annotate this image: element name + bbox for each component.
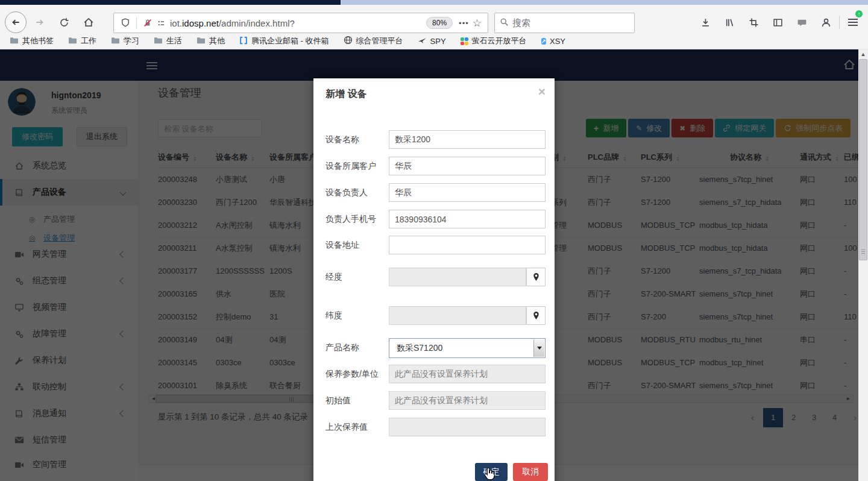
bookmark-label: 其他书签 [22, 36, 54, 46]
field-label: 设备名称 [326, 130, 387, 149]
field-input-6 [389, 306, 526, 325]
page-actions-icon[interactable]: ••• [459, 19, 469, 28]
bookmark-item[interactable]: 其他书签 [10, 36, 54, 46]
field-input-1[interactable] [389, 157, 546, 175]
bookmark-item[interactable]: ↗XSY [541, 36, 565, 46]
menu-icon[interactable]: ↑ [841, 13, 865, 32]
ys7-icon [461, 37, 468, 45]
firefox-window: iot.idosp.net/admin/index.html? 80% ••• … [0, 0, 868, 481]
modal-title: 新增 设备 [326, 88, 366, 101]
bookmark-label: 学习 [124, 36, 139, 46]
vscroll-up-icon[interactable]: ▲ [858, 49, 868, 59]
folder-icon [10, 36, 19, 46]
field-input-10 [389, 418, 546, 436]
zoom-indicator[interactable]: 80% [426, 17, 453, 29]
active-tab-strip [0, 0, 341, 5]
titlebar [0, 0, 868, 5]
bookmark-item[interactable]: 其他 [197, 36, 225, 46]
field-input-2[interactable] [389, 183, 546, 202]
vscroll-thumb[interactable] [859, 59, 867, 260]
bookmark-label: 萤石云开放平台 [472, 36, 527, 46]
url-bar[interactable]: iot.idosp.net/admin/index.html? 80% ••• … [113, 13, 488, 33]
cancel-button[interactable]: 取消 [513, 463, 548, 481]
folder-icon [197, 36, 206, 46]
downloads-icon[interactable] [693, 13, 717, 32]
folder-icon [111, 36, 120, 46]
bookmark-item[interactable]: SPY [418, 36, 446, 46]
bookmark-item[interactable]: 工作 [68, 36, 96, 46]
field-label: 设备所属客户 [326, 157, 387, 175]
toolbar-divider [839, 16, 840, 29]
update-badge-icon: ↑ [855, 10, 863, 17]
folder-icon [68, 36, 77, 46]
dropdown-arrow-icon[interactable] [533, 339, 544, 357]
field-input-3[interactable] [389, 210, 546, 228]
account-icon[interactable] [814, 13, 838, 32]
bookmark-label: 工作 [81, 36, 96, 46]
bookmark-label: 生活 [166, 36, 182, 46]
bookmark-label: XSY [550, 37, 565, 46]
chat-icon[interactable] [790, 13, 814, 32]
field-label: 初始值 [326, 391, 387, 410]
shield-icon[interactable] [119, 16, 132, 30]
field-input-4[interactable] [389, 236, 546, 254]
map-marker-button[interactable] [526, 306, 546, 325]
screenshot-icon[interactable] [741, 13, 766, 32]
home-button[interactable] [79, 13, 98, 32]
bookmark-label: SPY [430, 37, 446, 46]
back-button[interactable] [5, 11, 27, 33]
url-text[interactable]: iot.idosp.net/admin/index.html? [170, 18, 423, 28]
field-label: 负责人手机号 [326, 210, 387, 228]
folder-icon [154, 36, 163, 46]
reload-button[interactable] [54, 13, 74, 32]
search-icon [500, 17, 509, 29]
bookmark-item[interactable]: 综合管理平台 [344, 36, 403, 46]
bookmark-item[interactable]: 萤石云开放平台 [461, 36, 527, 46]
bookmark-label: 腾讯企业邮箱 - 收件箱 [251, 36, 329, 46]
tencent-icon [239, 36, 248, 46]
library-icon[interactable] [717, 13, 741, 32]
field-input-9 [389, 391, 546, 410]
bookmark-item[interactable]: 生活 [154, 36, 182, 46]
forward-button[interactable] [30, 13, 49, 32]
product-select[interactable]: 数采S71200 [389, 338, 546, 358]
mouse-cursor [483, 467, 497, 481]
field-input-5 [389, 268, 526, 286]
bookmark-star-icon[interactable]: ☆ [473, 17, 482, 30]
xsy-icon: ↗ [541, 36, 546, 46]
field-label: 经度 [326, 268, 387, 286]
browser-toolbar: iot.idosp.net/admin/index.html? 80% ••• … [0, 5, 868, 33]
select-value: 数采S71200 [397, 339, 442, 357]
sidebar-toggle-icon[interactable] [766, 13, 790, 32]
spy-icon [418, 36, 427, 46]
field-label: 纬度 [326, 306, 387, 325]
field-input-0[interactable] [389, 130, 546, 149]
bookmark-item[interactable]: 学习 [111, 36, 139, 46]
field-label: 设备负责人 [326, 183, 387, 202]
bookmark-label: 其他 [209, 36, 225, 46]
field-label: 上次保养值 [326, 418, 387, 436]
bookmarks-bar: 其他书签工作学习生活其他腾讯企业邮箱 - 收件箱综合管理平台SPY萤石云开放平台… [0, 33, 868, 49]
field-label: 设备地址 [326, 236, 387, 254]
insecure-lock-icon[interactable] [141, 16, 154, 30]
map-marker-button[interactable] [526, 268, 546, 286]
permissions-icon[interactable] [154, 16, 168, 30]
add-device-modal: 新增 设备 × 设备名称设备所属客户设备负责人负责人手机号设备地址经度纬度产品名… [313, 78, 555, 481]
browser-vscrollbar[interactable]: ▲ [858, 49, 868, 481]
field-label: 保养参数/单位 [326, 365, 387, 383]
search-bar[interactable]: 搜索 [494, 13, 635, 33]
field-input-8 [389, 365, 546, 383]
field-label: 产品名称 [326, 338, 387, 357]
close-icon[interactable]: × [538, 84, 546, 99]
search-placeholder: 搜索 [512, 17, 530, 29]
bookmark-item[interactable]: 腾讯企业邮箱 - 收件箱 [239, 36, 329, 46]
bookmark-label: 综合管理平台 [356, 36, 403, 46]
globe-icon [344, 36, 353, 46]
urlbar-divider [136, 17, 137, 29]
